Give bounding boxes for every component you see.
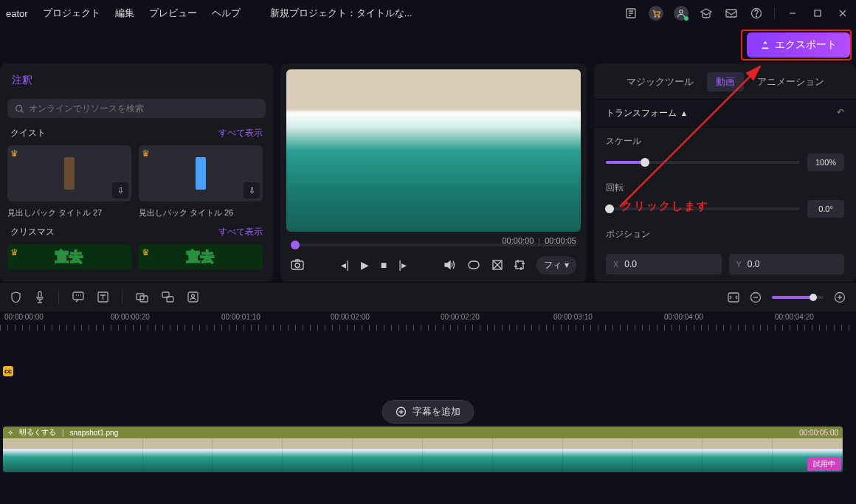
preview-scrubber[interactable]: 00:00:00 | 00:00:05 (291, 238, 576, 252)
search-input[interactable] (29, 103, 258, 114)
search-input-container[interactable] (7, 99, 266, 118)
help-icon[interactable] (749, 6, 764, 21)
zoom-in-icon[interactable] (834, 291, 846, 303)
chat-icon[interactable] (72, 291, 84, 303)
shield-icon[interactable] (10, 291, 21, 303)
time-total: 00:00:05 (545, 236, 576, 245)
svg-point-10 (295, 263, 300, 268)
tab-animation[interactable]: アニメーション (757, 75, 824, 89)
search-icon (15, 104, 24, 114)
svg-point-3 (680, 10, 683, 14)
academy-icon[interactable] (699, 6, 714, 21)
rotate-value[interactable]: 0.0° (807, 200, 844, 218)
rotate-slider[interactable] (606, 207, 800, 210)
template-thumb-xmas2[interactable]: ♛ 宣去 (139, 244, 263, 269)
ruler-tick: 00:00:04:00 (664, 313, 703, 321)
grid-icon[interactable] (492, 260, 503, 270)
menu-preview[interactable]: プレビュー (149, 7, 197, 20)
tab-magic[interactable]: マジックツール (627, 75, 694, 89)
scale-slider[interactable] (606, 161, 800, 164)
properties-panel: マジックツール 動画 アニメーション トランスフォーム ▴ ↶ スケール 100… (594, 63, 856, 282)
scale-value[interactable]: 100% (807, 153, 844, 171)
template-thumb-xmas1[interactable]: ♛ 宣去 (7, 244, 131, 269)
fit-icon[interactable] (728, 292, 739, 303)
zoom-out-icon[interactable] (750, 291, 762, 303)
download-icon[interactable]: ⇩ (244, 182, 260, 199)
video-clip[interactable]: ✧ 明るくする | snapshot1.png 00:00:05:00 試用中 (3, 427, 843, 472)
position-x-input[interactable]: X (606, 254, 722, 275)
svg-rect-24 (728, 293, 739, 302)
template-thumb-27[interactable]: ♛ ⇩ (7, 145, 131, 201)
crown-icon: ♛ (142, 247, 150, 258)
clip-filename: snapshot1.png (70, 429, 119, 437)
minimize-icon[interactable] (785, 6, 800, 21)
svg-rect-4 (726, 10, 736, 17)
position-y-input[interactable]: Y (729, 254, 845, 275)
section-transform[interactable]: トランスフォーム ▴ ↶ (594, 99, 856, 128)
mail-icon[interactable] (724, 6, 739, 21)
play-button[interactable]: ▶ (361, 259, 369, 271)
person-icon[interactable] (187, 291, 199, 303)
menu-edit[interactable]: 編集 (115, 7, 134, 20)
export-button[interactable]: エクスポート (747, 32, 850, 58)
effect-icon: ✧ (7, 429, 13, 437)
ruler-tick: 00:00:02:20 (441, 313, 480, 321)
quality-selector[interactable]: フィ▾ (536, 256, 576, 275)
menu-bar: eator プロジェクト 編集 プレビュー ヘルプ 新規プロジェクト：タイトルな… (0, 0, 856, 27)
maximize-icon[interactable] (810, 6, 825, 21)
app-name: eator (6, 8, 28, 19)
thumb-label: 見出しパック タイトル 26 (131, 204, 255, 223)
clip-duration: 00:00:05:00 (799, 429, 838, 437)
svg-rect-11 (469, 261, 479, 269)
plus-icon (396, 407, 407, 417)
multi-icon[interactable] (162, 291, 174, 303)
tab-video[interactable]: 動画 (707, 72, 744, 92)
cart-icon[interactable] (649, 6, 663, 21)
notes-icon[interactable] (624, 6, 638, 21)
download-icon[interactable]: ⇩ (112, 182, 128, 199)
stop-button[interactable]: ■ (381, 259, 387, 271)
svg-point-8 (16, 105, 22, 111)
timeline-toolbar (0, 282, 856, 311)
crown-icon: ♛ (142, 148, 150, 159)
time-current: 00:00:00 (502, 236, 534, 245)
svg-point-2 (657, 15, 659, 17)
timeline-tracks[interactable]: cc 字幕を追加 ✧ 明るくする | snapshot1.png 00:00:0… (0, 332, 856, 480)
rotate-label: 回転 (606, 182, 844, 194)
show-all-link[interactable]: すべて表示 (218, 127, 263, 139)
menu-project[interactable]: プロジェクト (43, 7, 100, 20)
crown-icon: ♛ (10, 148, 18, 159)
volume-icon[interactable] (443, 260, 455, 270)
zoom-slider[interactable] (772, 296, 824, 299)
ruler-tick: 00:00:02:00 (331, 313, 370, 321)
text-icon[interactable] (97, 291, 108, 303)
svg-rect-9 (291, 261, 303, 269)
ruler-tick: 00:00:00:00 (4, 313, 44, 321)
prev-frame-button[interactable]: ◂| (341, 259, 349, 271)
timeline-ruler[interactable]: 00:00:00:00 00:00:00:20 00:00:01:10 00:0… (0, 311, 856, 332)
ruler-tick: 00:00:01:10 (221, 313, 260, 321)
menu-help[interactable]: ヘルプ (212, 7, 241, 20)
trial-badge: 試用中 (807, 458, 841, 471)
overlay-icon[interactable] (136, 291, 148, 303)
mic-icon[interactable] (35, 291, 45, 303)
thumb-label: 見出しパック タイトル 27 (0, 204, 124, 223)
scale-label: スケール (606, 135, 844, 148)
loop-icon[interactable] (467, 260, 480, 270)
snapshot-button[interactable] (291, 259, 304, 271)
ruler-tick: 00:00:03:10 (553, 313, 593, 321)
resource-tab-annotation[interactable]: 注釈 (0, 63, 273, 94)
video-preview[interactable] (286, 69, 581, 232)
category-label-xmas: クリスマス (10, 226, 55, 238)
close-icon[interactable] (835, 6, 850, 21)
show-all-link[interactable]: すべて表示 (218, 226, 263, 238)
position-label: ポジション (606, 228, 844, 241)
preview-panel: 00:00:00 | 00:00:05 ◂| ▶ ■ |▸ フィ▾ (280, 63, 587, 282)
reset-icon[interactable]: ↶ (837, 107, 844, 120)
crop-icon[interactable] (514, 260, 525, 270)
add-subtitle-button[interactable]: 字幕を追加 (382, 400, 474, 424)
next-frame-button[interactable]: |▸ (398, 259, 407, 271)
template-thumb-26[interactable]: ♛ ⇩ (139, 145, 263, 201)
cc-badge-icon: cc (3, 366, 13, 376)
user-icon[interactable] (674, 6, 688, 21)
